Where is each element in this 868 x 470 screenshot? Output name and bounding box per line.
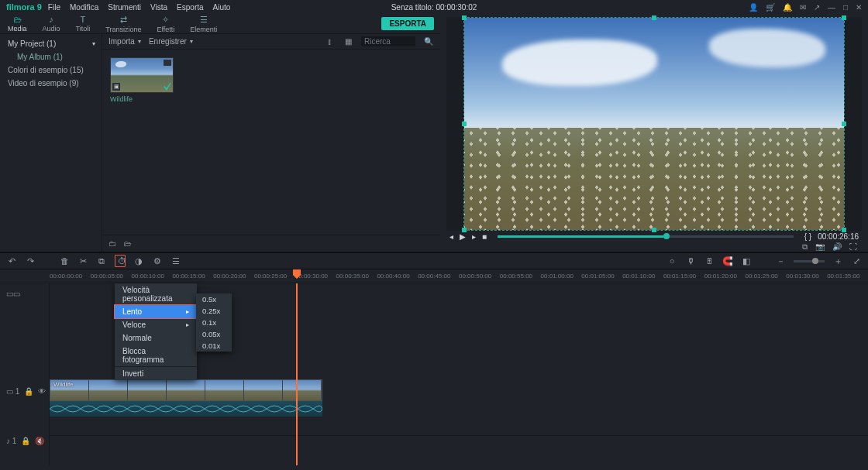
clip-name: Wildlife (110, 95, 174, 103)
menu-edit[interactable]: Modifica (70, 3, 98, 12)
speed-slow-submenu: 0.5x 0.25x 0.1x 0.05x 0.01x (196, 293, 232, 352)
mixer-icon[interactable]: 🎚 (704, 256, 715, 266)
bell-icon[interactable]: 🔔 (783, 3, 792, 12)
camera-icon[interactable]: 📷 (815, 242, 825, 252)
preview-timecode: 00:00:26:16 (818, 232, 859, 241)
next-frame-icon[interactable]: ▸ (472, 232, 476, 241)
speed-reverse[interactable]: Inverti (115, 366, 197, 380)
menu-help[interactable]: Aiuto (213, 3, 231, 12)
video-frame[interactable] (463, 17, 845, 231)
record-icon[interactable]: ○ (666, 256, 677, 266)
minimize-icon[interactable]: — (828, 3, 835, 12)
music-track-label: ♪ 1 (6, 437, 16, 445)
snapshot-icon[interactable]: ⧉ (802, 242, 808, 252)
tab-elements[interactable]: ☰Elementi (190, 15, 217, 33)
close-icon[interactable]: ✕ (856, 3, 862, 12)
play-icon[interactable]: ▶ (460, 232, 466, 241)
sidebar-item-project[interactable]: My Project (1)▾ (0, 37, 102, 50)
split-icon[interactable]: ✂ (78, 256, 88, 266)
manage-tracks-icon[interactable]: ▭▭ (6, 290, 20, 298)
crop-icon[interactable]: ⧉ (96, 256, 107, 266)
marker-icon[interactable]: ◧ (741, 256, 752, 266)
preview-canvas[interactable] (446, 17, 862, 231)
speed-0-25x[interactable]: 0.25x (196, 305, 232, 317)
maximize-icon[interactable]: □ (843, 3, 848, 12)
fullscreen-icon[interactable]: ⛶ (849, 242, 857, 252)
speed-custom[interactable]: Velocità personalizzata (115, 283, 197, 305)
undo-icon[interactable]: ↶ (6, 256, 17, 266)
tab-transitions[interactable]: ⇄Transizione (105, 15, 141, 33)
zoom-out-icon[interactable]: － (775, 256, 786, 267)
speed-menu: Velocità personalizzata Lento▸ Veloce▸ N… (115, 283, 197, 380)
main-menu: File Modifica Strumenti Vista Esporta Ai… (48, 3, 231, 12)
lock-icon[interactable]: 🔒 (24, 387, 33, 396)
prev-frame-icon[interactable]: ◂ (450, 232, 453, 241)
grid-view-icon[interactable]: ▦ (343, 37, 353, 46)
zoom-slider[interactable] (794, 260, 825, 262)
video-clip[interactable]: Wildlife (50, 379, 322, 401)
tab-audio[interactable]: ♪Audio (43, 15, 60, 33)
mute-icon[interactable]: 🔇 (35, 437, 44, 445)
greenscreen-icon[interactable]: ☰ (170, 256, 181, 266)
speed-0-05x[interactable]: 0.05x (196, 328, 232, 340)
mail-icon[interactable]: ✉ (800, 3, 806, 12)
speed-fast[interactable]: Veloce▸ (115, 318, 197, 331)
cart-icon[interactable]: 🛒 (766, 3, 775, 12)
playhead-line[interactable] (296, 283, 298, 465)
search-input[interactable]: Ricerca (361, 36, 415, 46)
speed-normal[interactable]: Normale (115, 331, 197, 345)
media-clip[interactable]: ▣ Wildlife (110, 57, 174, 103)
search-icon[interactable]: 🔍 (423, 37, 434, 46)
project-sidebar: My Project (1)▾ My Album (1) Colori di e… (0, 34, 102, 252)
tab-media[interactable]: 🗁Media (8, 15, 27, 33)
tab-effects[interactable]: ✧Effetti (157, 15, 174, 33)
voiceover-icon[interactable]: 🎙 (685, 256, 696, 266)
new-folder-icon[interactable]: 🗀 (108, 239, 116, 248)
project-title: Senza titolo: 00:00:30:02 (391, 3, 477, 12)
settings-icon[interactable]: ⚙ (152, 256, 163, 266)
menu-view[interactable]: Vista (150, 3, 167, 12)
title-bar: filmora 9 File Modifica Strumenti Vista … (0, 0, 868, 14)
stop-icon[interactable]: ■ (482, 232, 487, 241)
snap-icon[interactable]: 🧲 (722, 256, 733, 266)
audio-clip[interactable] (50, 401, 322, 417)
speed-0-1x[interactable]: 0.1x (196, 317, 232, 328)
zoom-in-icon[interactable]: ＋ (832, 256, 843, 267)
delete-icon[interactable]: 🗑 (59, 256, 70, 266)
export-button[interactable]: ESPORTA (381, 17, 434, 30)
save-dropdown[interactable]: Enregistrer▾ (149, 37, 193, 46)
preview-scrubber[interactable] (498, 235, 794, 238)
account-icon[interactable]: 👤 (749, 3, 758, 12)
speed-button[interactable]: ⏱ (115, 255, 126, 267)
import-dropdown[interactable]: Importa▾ (108, 37, 141, 46)
folder-icon[interactable]: 🗁 (124, 239, 132, 248)
volume-icon[interactable]: 🔊 (832, 242, 842, 252)
app-logo: filmora 9 (6, 2, 42, 12)
speed-freeze[interactable]: Blocca fotogramma (115, 345, 197, 366)
share-icon[interactable]: ↗ (814, 3, 820, 12)
timeline-ruler[interactable]: 00:00:00:0000:00:05:0000:00:10:0000:00:1… (0, 269, 868, 283)
music-track[interactable] (50, 435, 868, 451)
loop-icon[interactable]: { } (804, 232, 811, 241)
menu-file[interactable]: File (48, 3, 60, 12)
menu-tools[interactable]: Strumenti (108, 3, 141, 12)
filter-icon[interactable]: ⫿ (324, 37, 335, 46)
speed-slow[interactable]: Lento▸ (114, 304, 198, 319)
sidebar-item-album[interactable]: My Album (1) (0, 50, 102, 63)
tab-titles[interactable]: TTitoli (76, 15, 91, 33)
color-icon[interactable]: ◑ (133, 256, 144, 266)
speed-0-5x[interactable]: 0.5x (196, 293, 232, 305)
zoom-fit-icon[interactable]: ⤢ (851, 256, 862, 266)
lock-music-icon[interactable]: 🔒 (21, 437, 30, 445)
speed-0-01x[interactable]: 0.01x (196, 340, 232, 352)
video-track-label: ▭ 1 (6, 387, 19, 396)
menu-export[interactable]: Esporta (177, 3, 203, 12)
sidebar-item-videos[interactable]: Video di esempio (9) (0, 77, 102, 90)
redo-icon[interactable]: ↷ (25, 256, 36, 266)
module-tabs: 🗁Media ♪Audio TTitoli ⇄Transizione ✧Effe… (0, 14, 440, 34)
sidebar-item-colors[interactable]: Colori di esempio (15) (0, 63, 102, 77)
eye-icon[interactable]: 👁 (38, 387, 46, 396)
